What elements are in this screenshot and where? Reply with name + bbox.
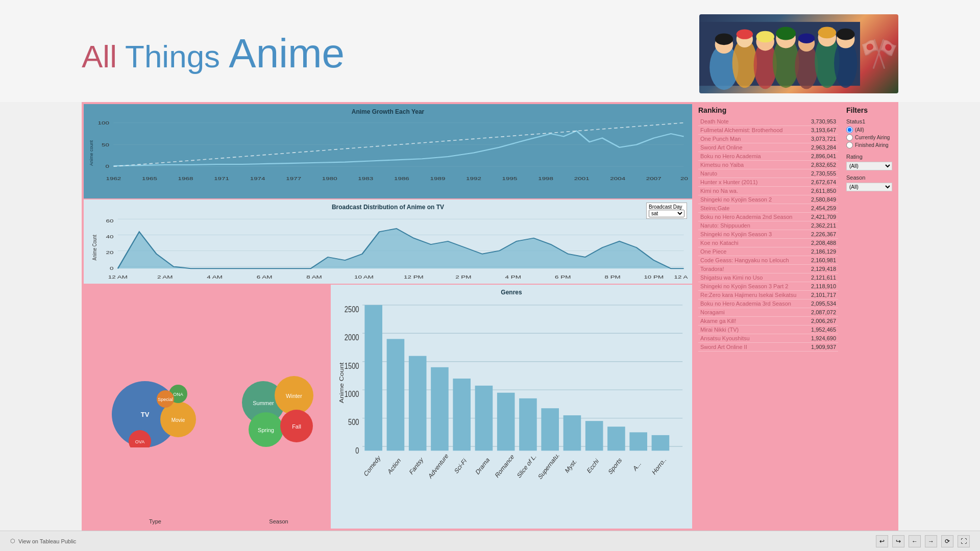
ranking-item-name: Noragami	[700, 309, 807, 315]
ranking-item-score: 1,952,465	[811, 327, 836, 333]
ranking-item-score: 2,006,267	[811, 318, 836, 324]
fullscreen-button[interactable]: ⛶	[958, 535, 970, 547]
rating-filter-label: Rating	[846, 154, 894, 160]
ranking-item-14: Koe no Katachi 2,208,488	[698, 239, 838, 247]
svg-rect-109	[475, 386, 493, 451]
refresh-button[interactable]: ⟳	[941, 535, 953, 547]
anime-banner-image	[699, 14, 898, 93]
svg-text:60: 60	[106, 217, 113, 223]
svg-text:12 AM: 12 AM	[108, 274, 128, 280]
svg-rect-99	[364, 305, 382, 451]
ranking-item-score: 2,672,674	[811, 179, 836, 185]
ranking-item-5: Kimetsu no Yaiba 2,832,652	[698, 161, 838, 169]
status-currently-radio[interactable]	[846, 134, 853, 141]
svg-text:0: 0	[355, 446, 359, 455]
svg-rect-125	[652, 435, 670, 450]
ranking-item-19: Shingeki no Kyojin Season 3 Part 2 2,118…	[698, 282, 838, 291]
ranking-item-name: Boku no Hero Academia 3rd Season	[700, 300, 807, 307]
title-anime: Anime	[229, 31, 345, 76]
svg-text:ONA: ONA	[173, 392, 183, 397]
undo-button[interactable]: ↩	[876, 535, 888, 547]
svg-text:50: 50	[102, 142, 109, 147]
svg-text:40: 40	[106, 233, 113, 239]
status-finished-radio[interactable]	[846, 142, 853, 148]
svg-text:Special: Special	[158, 397, 173, 402]
ranking-item-score: 2,101,717	[811, 292, 836, 298]
ranking-item-name: Boku no Hero Academia	[700, 153, 807, 159]
svg-text:12 PM: 12 PM	[404, 274, 424, 280]
season-filter-label: Season	[846, 174, 894, 181]
svg-text:Adventure: Adventure	[427, 452, 449, 481]
ranking-item-score: 2,454,259	[811, 205, 836, 211]
status-all-radio[interactable]	[846, 127, 853, 133]
ranking-item-score: 2,129,418	[811, 266, 836, 272]
ranking-item-name: Koe no Katachi	[700, 240, 807, 246]
type-bubble-svg: TV Movie OVA ONA Special	[94, 366, 216, 447]
svg-text:Comedy: Comedy	[363, 454, 382, 478]
svg-point-17	[756, 31, 774, 42]
svg-text:2500: 2500	[345, 305, 359, 314]
status-all-item[interactable]: (All)	[846, 127, 894, 133]
svg-point-16	[737, 29, 753, 39]
ranking-item-name: Re:Zero kara Hajimeru Isekai Seikatsu	[700, 292, 807, 298]
ranking-item-2: One Punch Man 3,073,721	[698, 135, 838, 143]
ranking-item-name: Shingeki no Kyojin Season 3 Part 2	[700, 283, 807, 289]
ranking-item-score: 2,362,211	[811, 222, 836, 229]
ranking-item-name: Steins;Gate	[700, 205, 807, 211]
status-radio-group: (All) Currently Airing Finished Airing	[846, 127, 894, 148]
svg-point-15	[715, 33, 733, 45]
page-title: All Things Anime	[82, 31, 345, 76]
svg-text:Anime Count: Anime Count	[339, 362, 345, 404]
ranking-item-name: One Piece	[700, 248, 807, 255]
svg-rect-123	[629, 432, 647, 450]
redo-button[interactable]: ↪	[892, 535, 904, 547]
ranking-item-score: 3,730,953	[811, 118, 836, 124]
ranking-item-score: 2,896,041	[811, 153, 836, 159]
svg-rect-115	[541, 408, 559, 450]
ranking-item-score: 2,832,652	[811, 162, 836, 168]
ranking-title: Ranking	[698, 106, 838, 114]
ranking-item-20: Re:Zero kara Hajimeru Isekai Seikatsu 2,…	[698, 291, 838, 299]
ranking-item-score: 2,160,981	[811, 257, 836, 263]
svg-text:1962: 1962	[106, 176, 121, 181]
ranking-item-name: One Punch Man	[700, 136, 807, 142]
rating-select[interactable]: (All)	[846, 162, 892, 170]
ranking-item-name: Fullmetal Alchemist: Brotherhood	[700, 127, 807, 133]
broadcast-day-select[interactable]: sat sun mon	[649, 210, 684, 217]
svg-text:Romance: Romance	[494, 453, 515, 480]
svg-text:Fall: Fall	[292, 423, 301, 430]
back-button[interactable]: ←	[909, 535, 921, 547]
status-finished-item[interactable]: Finished Airing	[846, 142, 894, 148]
ranking-item-name: Ansatsu Kyoushitsu	[700, 335, 807, 341]
status-currently-item[interactable]: Currently Airing	[846, 134, 894, 141]
status-currently-label: Currently Airing	[855, 135, 890, 140]
ranking-item-score: 2,226,367	[811, 231, 836, 237]
svg-rect-121	[607, 427, 625, 450]
forward-button[interactable]: →	[925, 535, 937, 547]
svg-text:12 AM: 12 AM	[674, 274, 688, 280]
ranking-item-8: Kimi no Na wa. 2,611,850	[698, 187, 838, 195]
svg-rect-107	[453, 379, 471, 450]
ranking-item-name: Mirai Nikki (TV)	[700, 327, 807, 333]
ranking-list: Death Note 3,730,953 Fullmetal Alchemist…	[698, 117, 838, 352]
svg-text:6 PM: 6 PM	[555, 274, 571, 280]
ranking-item-name: Hunter x Hunter (2011)	[700, 179, 807, 185]
svg-text:Ecchi: Ecchi	[586, 457, 600, 475]
svg-text:20: 20	[106, 249, 113, 255]
season-bubble-svg: Summer Winter Spring Fall	[233, 366, 325, 447]
ranking-item-name: Akame ga Kill!	[700, 318, 807, 324]
svg-text:1500: 1500	[345, 361, 359, 370]
ranking-item-score: 2,730,555	[811, 170, 836, 177]
svg-text:1989: 1989	[430, 176, 446, 181]
tableau-link[interactable]: View on Tableau Public	[18, 538, 76, 544]
main-content: Anime Growth Each Year Anime count 0 50 …	[0, 102, 980, 531]
season-select[interactable]: (All)	[846, 183, 892, 191]
ranking-item-name: Toradora!	[700, 266, 807, 272]
ranking-item-score: 2,208,488	[811, 240, 836, 246]
svg-text:1992: 1992	[466, 176, 481, 181]
svg-text:Anime Count: Anime Count	[91, 235, 98, 260]
ranking-item-1: Fullmetal Alchemist: Brotherhood 3,193,6…	[698, 126, 838, 135]
svg-text:Summer: Summer	[253, 400, 274, 406]
svg-text:2007: 2007	[646, 176, 662, 181]
ranking-item-10: Steins;Gate 2,454,259	[698, 204, 838, 213]
